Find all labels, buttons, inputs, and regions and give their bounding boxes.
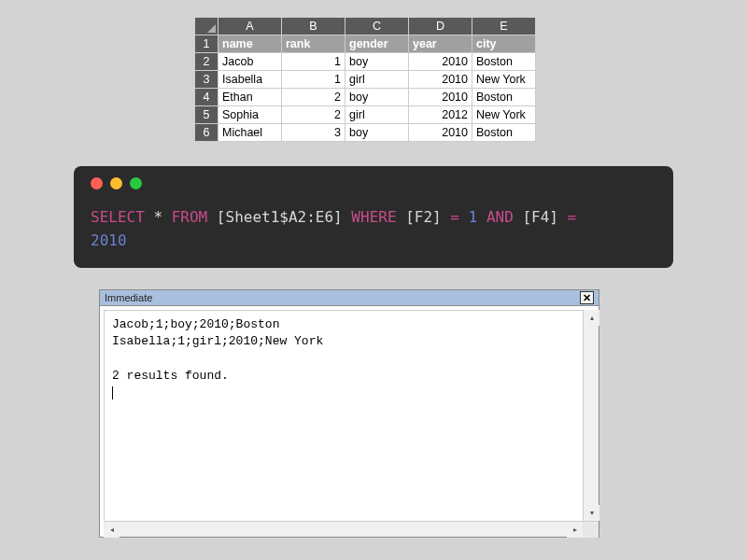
text-cursor — [112, 386, 113, 399]
row-header-3[interactable]: 3 — [195, 71, 218, 89]
cell-b5[interactable]: 2 — [282, 106, 345, 124]
col-header-b[interactable]: B — [282, 18, 345, 35]
cell-d3[interactable]: 2010 — [409, 71, 472, 89]
output-line: 2 results found. — [112, 369, 229, 383]
table-row: 6 Michael 3 boy 2010 Boston — [195, 124, 536, 142]
scroll-corner — [583, 522, 599, 538]
row-header-6[interactable]: 6 — [195, 124, 218, 142]
cell-e2[interactable]: Boston — [472, 53, 536, 71]
cell-d2[interactable]: 2010 — [409, 53, 472, 71]
code-f4: [F4] — [514, 208, 568, 226]
kw-and: AND — [486, 208, 514, 226]
immediate-window: Immediate ✕ Jacob;1;boy;2010;Boston Isab… — [99, 289, 599, 538]
code-eq2: = — [568, 208, 577, 226]
immediate-titlebar[interactable]: Immediate ✕ — [100, 290, 599, 306]
cell-e4[interactable]: Boston — [472, 89, 536, 106]
table-row: 4 Ethan 2 boy 2010 Boston — [195, 89, 536, 106]
cell-a6[interactable]: Michael — [218, 124, 282, 142]
cell-a3[interactable]: Isabella — [218, 71, 282, 89]
cell-d5[interactable]: 2012 — [409, 106, 472, 124]
cell-a1[interactable]: name — [218, 35, 282, 53]
row-header-1[interactable]: 1 — [195, 35, 218, 53]
cell-d6[interactable]: 2010 — [409, 124, 472, 142]
cell-a4[interactable]: Ethan — [218, 89, 282, 106]
cell-b4[interactable]: 2 — [282, 89, 345, 106]
cell-b2[interactable]: 1 — [282, 53, 345, 71]
cell-c6[interactable]: boy — [345, 124, 409, 142]
kw-where: WHERE — [351, 208, 396, 226]
output-line: Jacob;1;boy;2010;Boston — [112, 317, 279, 331]
cell-e3[interactable]: New York — [472, 71, 536, 89]
col-header-d[interactable]: D — [409, 18, 472, 35]
cell-c1[interactable]: gender — [345, 35, 409, 53]
scroll-right-icon[interactable]: ▸ — [567, 522, 583, 538]
vertical-scrollbar[interactable]: ▴ ▾ — [583, 310, 599, 521]
cell-c5[interactable]: girl — [345, 106, 409, 124]
cell-b3[interactable]: 1 — [282, 71, 345, 89]
immediate-title-text: Immediate — [105, 292, 152, 303]
window-controls — [91, 177, 656, 189]
select-all-corner[interactable] — [195, 18, 218, 35]
cell-d1[interactable]: year — [409, 35, 472, 53]
code-val1: 1 — [459, 208, 486, 226]
kw-from: FROM — [172, 208, 208, 226]
cell-c4[interactable]: boy — [345, 89, 409, 106]
horizontal-scrollbar[interactable]: ◂ ▸ — [104, 521, 599, 537]
col-header-e[interactable]: E — [472, 18, 536, 35]
cell-c3[interactable]: girl — [345, 71, 409, 89]
code-star: * — [145, 208, 172, 226]
cell-e5[interactable]: New York — [472, 106, 536, 124]
code-val2: 2010 — [91, 231, 127, 249]
output-line: Isabella;1;girl;2010;New York — [112, 334, 323, 348]
table-row: 2 Jacob 1 boy 2010 Boston — [195, 53, 536, 71]
scroll-left-icon[interactable]: ◂ — [104, 522, 120, 538]
maximize-icon[interactable] — [130, 177, 142, 189]
scroll-up-icon[interactable]: ▴ — [584, 310, 599, 326]
row-header-5[interactable]: 5 — [195, 106, 218, 124]
table-row: 5 Sophia 2 girl 2012 New York — [195, 106, 536, 124]
col-header-c[interactable]: C — [345, 18, 409, 35]
cell-e6[interactable]: Boston — [472, 124, 536, 142]
code-eq1: = — [450, 208, 459, 226]
cell-e1[interactable]: city — [472, 35, 536, 53]
scroll-down-icon[interactable]: ▾ — [584, 505, 599, 521]
code-f2: [F2] — [397, 208, 451, 226]
cell-d4[interactable]: 2010 — [409, 89, 472, 106]
row-header-4[interactable]: 4 — [195, 89, 218, 106]
kw-select: SELECT — [91, 208, 145, 226]
cell-b6[interactable]: 3 — [282, 124, 345, 142]
spreadsheet-grid[interactable]: A B C D E 1 name rank gender year city 2… — [194, 17, 536, 142]
cell-a2[interactable]: Jacob — [218, 53, 282, 71]
sql-code: SELECT * FROM [Sheet1$A2:E6] WHERE [F2] … — [91, 206, 656, 253]
code-terminal: SELECT * FROM [Sheet1$A2:E6] WHERE [F2] … — [74, 166, 673, 268]
col-header-a[interactable]: A — [218, 18, 282, 35]
table-row: 3 Isabella 1 girl 2010 New York — [195, 71, 536, 89]
row-header-2[interactable]: 2 — [195, 53, 218, 71]
cell-c2[interactable]: boy — [345, 53, 409, 71]
code-range: [Sheet1$A2:E6] — [207, 208, 351, 226]
close-button[interactable]: ✕ — [580, 291, 594, 304]
minimize-icon[interactable] — [110, 177, 122, 189]
immediate-output[interactable]: Jacob;1;boy;2010;Boston Isabella;1;girl;… — [104, 310, 583, 521]
close-icon[interactable] — [91, 177, 103, 189]
cell-a5[interactable]: Sophia — [218, 106, 282, 124]
cell-b1[interactable]: rank — [282, 35, 345, 53]
